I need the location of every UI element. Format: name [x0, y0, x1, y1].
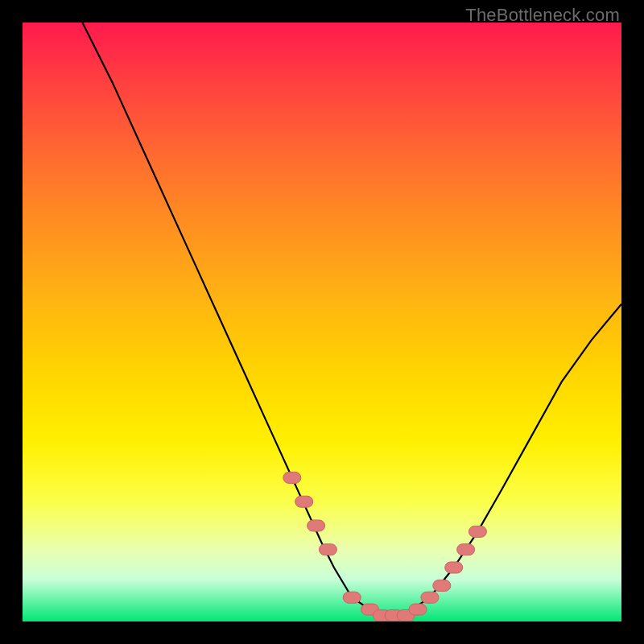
curve-marker: [421, 592, 439, 603]
bottleneck-curve: [82, 23, 621, 616]
curve-marker: [295, 496, 313, 507]
curve-marker: [469, 526, 486, 537]
chart-svg: [23, 23, 621, 621]
curve-marker: [409, 604, 427, 615]
curve-marker: [445, 562, 463, 573]
curve-marker: [343, 592, 361, 603]
curve-marker: [319, 544, 336, 555]
curve-marker: [283, 472, 301, 483]
marker-group: [283, 472, 487, 621]
curve-marker: [433, 580, 451, 591]
curve-marker: [308, 520, 325, 531]
curve-marker: [457, 544, 475, 555]
